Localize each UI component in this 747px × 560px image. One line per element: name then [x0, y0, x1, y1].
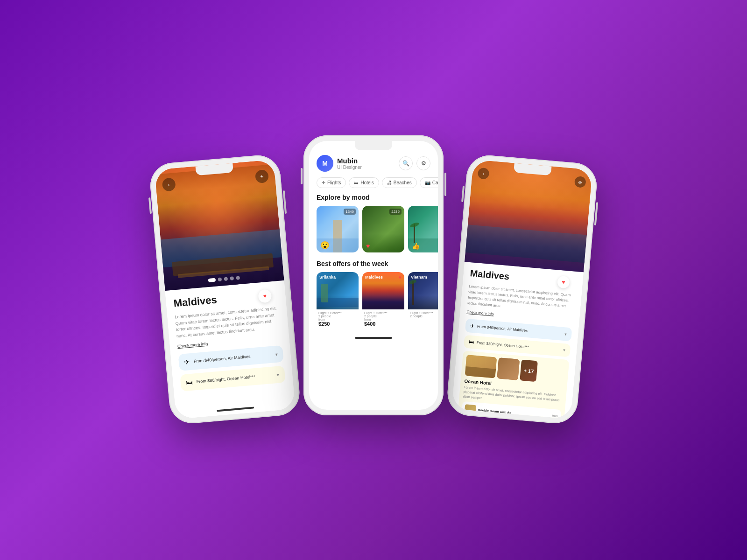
right-content: Maldives ♥ Lorem ipsum dolor sit amet, c…: [451, 262, 584, 419]
explore-section-title: Explore by mood: [309, 194, 438, 206]
user-role: UI Designer: [337, 165, 362, 170]
offer-img-vietnam: Vietnam: [408, 272, 438, 309]
right-hotel-icon: 🛏: [468, 339, 474, 345]
offer-img-srilanka: Srilanka: [317, 272, 359, 309]
left-description: Lorem ipsum dolor sit amet, consectetur …: [175, 305, 281, 339]
left-hotel-text: From $80/night, Ocean Hotel***: [196, 372, 277, 384]
mood-card-2[interactable]: 2235 ♥: [362, 206, 404, 252]
vietnam-meta: Flight + Hotel***2 people: [408, 309, 438, 320]
vietnam-type: Flight + Hotel***2 people: [410, 311, 438, 318]
user-info: M Mubin UI Designer: [317, 155, 362, 172]
mood-count-1: 1340: [344, 209, 356, 215]
right-heart-btn[interactable]: ♥: [557, 276, 570, 289]
search-btn[interactable]: 🔍: [399, 156, 413, 170]
mood-card-3[interactable]: 👍: [408, 206, 438, 252]
header-icons: 🔍 ⚙: [399, 156, 430, 170]
room-name: Double Room with Ac: [478, 408, 543, 417]
srilanka-meta: Flight + Hotel***2 people from $250: [317, 309, 359, 329]
right-hotel-chevron: ▾: [563, 348, 566, 352]
right-destination-title: Maldives: [470, 268, 510, 282]
right-phone-screen: ‹ ⊕ Maldives ♥ Lorem ipsum dolor sit ame…: [451, 160, 592, 419]
mood-count-2: 2235: [389, 209, 402, 215]
left-content: Maldives ♥ Lorem ipsum dolor sit amet, c…: [165, 280, 294, 405]
maldives-price: $400: [364, 321, 402, 327]
left-phone-screen: ‹ + Maldives ♥ Lo: [155, 160, 296, 419]
plane-icon: ✈: [184, 358, 190, 366]
mood-card-1[interactable]: 1340 😮: [317, 206, 359, 252]
hotel-main-img: [465, 355, 497, 378]
hotel-thumb-img: [497, 357, 520, 380]
center-home-indicator: [309, 329, 438, 343]
left-heart-btn[interactable]: ♥: [258, 289, 272, 303]
left-destination-title: Maldives: [173, 294, 218, 310]
maldives-label: Maldives: [365, 275, 383, 280]
mood-cards: 1340 😮 2235 ♥: [309, 206, 438, 260]
center-phone: M Mubin UI Designer 🔍 ⚙ ✈Flights 🛏Hotel: [303, 135, 444, 415]
hotel-img-count: + 17: [520, 359, 538, 382]
maldives-meta: Flight + Hotel***2 people from $400: [362, 309, 404, 329]
right-flight-text: From $40/person, Air Maldives: [477, 324, 565, 336]
left-phone: ‹ + Maldives ♥ Lo: [148, 154, 302, 425]
offer-img-maldives: Maldives ♥: [362, 272, 404, 309]
srilanka-label: Srilanka: [319, 275, 336, 280]
room-info: Double Room with Ac For two Free Wi-fi B…: [478, 408, 544, 420]
room-thumbnail: [464, 405, 476, 417]
filter-btn[interactable]: ⚙: [416, 156, 430, 170]
mood-emoji-1: 😮: [320, 241, 330, 250]
flight-chevron: ▾: [275, 351, 278, 357]
hotel-section: + 17 Ocean Hotel Lorem ipsum dolor sit a…: [456, 350, 569, 419]
maldives-like: ♥: [399, 275, 402, 280]
right-hero-image: ‹ ⊕: [465, 160, 592, 272]
right-plane-icon: ✈: [470, 323, 474, 329]
center-home-bar: [355, 337, 392, 339]
maldives-type: Flight + Hotel***2 people: [364, 311, 402, 318]
offers-row: Srilanka Flight + Hotel***2 people from …: [309, 272, 438, 329]
category-tabs: ✈Flights 🛏Hotels 🏖Beaches 📷Cam...: [309, 177, 438, 194]
srilanka-type: Flight + Hotel***2 people: [318, 311, 357, 318]
user-avatar: M: [317, 155, 333, 172]
tab-cam[interactable]: 📷Cam...: [420, 177, 438, 188]
hotel-icon: 🛏: [186, 378, 193, 386]
mood-heart-2: ♥: [366, 242, 370, 250]
dot-5: [236, 276, 240, 280]
vietnam-label: Vietnam: [411, 275, 427, 280]
dot-3: [224, 277, 228, 281]
hotel-chevron: ▾: [277, 372, 280, 377]
dot-4: [230, 276, 234, 280]
center-phone-notch: [355, 141, 392, 150]
dot-2: [218, 277, 222, 281]
srilanka-price: $250: [318, 321, 357, 327]
dot-1: [208, 278, 216, 282]
offer-maldives[interactable]: Maldives ♥ Flight + Hotel***2 people fro…: [362, 272, 404, 329]
home-bar: [217, 406, 254, 412]
center-phone-screen: M Mubin UI Designer 🔍 ⚙ ✈Flights 🛏Hotel: [309, 141, 438, 410]
offer-vietnam[interactable]: Vietnam Flight + Hotel***2 people: [408, 272, 438, 329]
offer-srilanka[interactable]: Srilanka Flight + Hotel***2 people from …: [317, 272, 359, 329]
mood-thumb-3: 👍: [412, 242, 420, 250]
user-name: Mubin: [337, 157, 362, 165]
tab-hotels[interactable]: 🛏Hotels: [349, 177, 379, 188]
left-flight-text: From $40/person, Air Maldives: [194, 352, 275, 364]
tab-beaches[interactable]: 🏖Beaches: [382, 177, 417, 188]
tab-flights[interactable]: ✈Flights: [317, 177, 346, 188]
right-phone: ‹ ⊕ Maldives ♥ Lorem ipsum dolor sit ame…: [445, 154, 599, 425]
left-hero-image: ‹ +: [155, 160, 284, 291]
right-flight-chevron: ▾: [564, 332, 567, 336]
best-offers-title: Best offers of the week: [309, 260, 438, 272]
right-hotel-text: From $80/night, Ocean Hotel***: [477, 340, 564, 352]
